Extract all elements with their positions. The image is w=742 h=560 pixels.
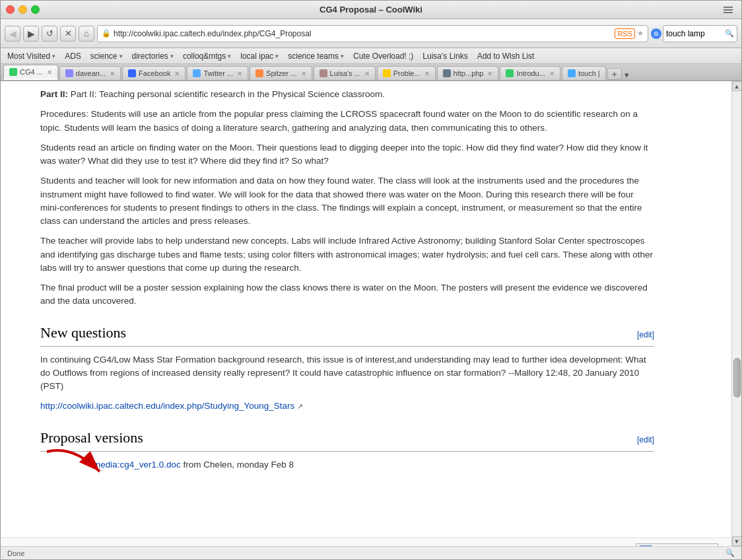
statusbar-text: Done (7, 549, 24, 557)
proposal-versions-text: from Chelen, monday Feb 8 (184, 460, 294, 470)
bookmark-colloq[interactable]: colloq&mtgs ▾ (179, 50, 235, 62)
tab-favicon-proble (383, 69, 391, 77)
content-area: Part II: Part II: Teaching personal scie… (1, 81, 741, 546)
bookmark-local-ipac[interactable]: local ipac ▾ (236, 50, 283, 62)
new-tab-button[interactable]: + (607, 68, 622, 80)
tab-spitzer[interactable]: Spitzer ... ✕ (250, 66, 312, 80)
minimize-button[interactable] (18, 5, 27, 14)
back-button[interactable]: ◀ (5, 26, 20, 42)
titlebar: CG4 Proposal – CoolWiki (1, 1, 741, 19)
google-search-icon: G (651, 28, 661, 39)
bookmark-ads[interactable]: ADS (61, 50, 85, 62)
tab-http-php[interactable]: http...php ✕ (437, 66, 499, 80)
search-bar[interactable]: 🔍 (663, 25, 737, 42)
tab-favicon-davean (65, 69, 73, 77)
page-footer: This page was last modified on 8 Februar… (1, 538, 731, 546)
tab-favicon-luisas (320, 69, 327, 77)
svg-rect-1 (724, 9, 733, 11)
new-questions-link[interactable]: http://coolwiki.ipac.caltech.edu/index.p… (40, 401, 294, 411)
tab-luisas[interactable]: Luisa's ... ✕ (314, 66, 376, 80)
bookmarks-bar: Most Visited ▾ ADS science ▾ directories… (1, 48, 741, 64)
tab-favicon-cg4 (9, 68, 17, 76)
tab-touch[interactable]: touch | (562, 66, 606, 80)
new-questions-edit[interactable]: [edit] (637, 329, 654, 341)
tab-overflow-button[interactable]: ▾ (624, 70, 629, 80)
scrollbar-track[interactable] (732, 91, 741, 536)
tab-close-davean[interactable]: ✕ (110, 70, 115, 77)
new-questions-text: In continuing CG4/Low Mass Star Formatio… (40, 353, 654, 394)
proposal-versions-para: media:cg4_ver1.0.doc from Chelen, monday… (40, 458, 654, 485)
tab-close-http-php[interactable]: ✕ (487, 70, 492, 77)
tab-facebook[interactable]: Facebook ✕ (122, 66, 186, 80)
url-input[interactable] (114, 29, 612, 38)
proposal-versions-section-heading: Proposal versions [edit] (40, 427, 654, 452)
zoom-button[interactable] (720, 2, 736, 18)
tab-close-spitzer[interactable]: ✕ (301, 70, 306, 77)
tab-favicon-http-php (443, 69, 451, 77)
tab-favicon-facebook (128, 69, 136, 77)
procedures-paragraph: Procedures: Students will use an article… (40, 108, 654, 135)
search-magnifier-icon[interactable]: 🔍 (725, 29, 734, 38)
rss-icon: RSS (615, 28, 635, 39)
bookmark-directories[interactable]: directories ▾ (128, 50, 178, 62)
tab-favicon-touch (568, 69, 576, 77)
tab-close-twitter[interactable]: ✕ (237, 70, 242, 77)
bookmark-most-visited[interactable]: Most Visited ▾ (3, 50, 59, 62)
students2-paragraph: Students and teacher will look for new i… (40, 174, 654, 228)
content-wrapper: Part II: Part II: Teaching personal scie… (1, 81, 731, 546)
main-content: Part II: Part II: Teaching personal scie… (1, 81, 731, 546)
tab-twitter[interactable]: Twitter ... ✕ (187, 66, 248, 80)
scrollbar-down-arrow[interactable]: ▼ (732, 536, 742, 546)
tab-favicon-introdu (506, 69, 514, 77)
statusbar: Done 🔍 (1, 546, 741, 559)
new-questions-heading: New questions (40, 322, 126, 343)
tab-favicon-spitzer (255, 69, 263, 77)
reload-button[interactable]: ↺ (42, 26, 57, 42)
tab-favicon-twitter (193, 69, 201, 77)
teacher-paragraph: The teacher will provide labs to help un… (40, 234, 654, 275)
bookmark-science[interactable]: science ▾ (86, 50, 127, 62)
search-input[interactable] (666, 29, 722, 38)
final-paragraph: The final product will be a poster sessi… (40, 281, 654, 308)
new-questions-section-heading: New questions [edit] (40, 322, 654, 347)
new-questions-link-para: http://coolwiki.ipac.caltech.edu/index.p… (40, 400, 654, 413)
scrollbar-up-arrow[interactable]: ▲ (732, 81, 742, 91)
maximize-button[interactable] (31, 5, 40, 14)
svg-rect-2 (724, 12, 733, 13)
tab-proble[interactable]: Proble... ✕ (377, 66, 436, 80)
svg-rect-0 (724, 7, 733, 8)
tab-bar: CG4 ... ✕ davean... ✕ Facebook ✕ Twitter… (1, 64, 741, 81)
scrollbar-thumb[interactable] (733, 358, 741, 398)
statusbar-zoom-icon: 🔍 (725, 549, 735, 557)
tab-close-luisas[interactable]: ✕ (364, 70, 370, 77)
window-controls (6, 5, 40, 14)
page-body: Part II: Part II: Teaching personal scie… (1, 81, 694, 538)
tab-introdu[interactable]: Introdu... ✕ (500, 66, 560, 80)
tab-close-proble[interactable]: ✕ (424, 70, 430, 77)
students1-paragraph: Students read an article on finding wate… (40, 141, 654, 168)
bookmark-cute-overload[interactable]: Cute Overload! ;) (349, 50, 417, 62)
home-button[interactable]: ⌂ (79, 26, 94, 42)
mediawiki-logo: MW Powered by MediaWiki (636, 543, 718, 546)
browser-window: CG4 Proposal – CoolWiki ◀ ▶ ↺ ✕ ⌂ 🔒 RSS … (0, 0, 742, 560)
tab-close-introdu[interactable]: ✕ (549, 70, 555, 77)
bookmark-luisas-links[interactable]: Luisa's Links (419, 50, 471, 62)
close-button[interactable] (6, 5, 15, 14)
proposal-versions-edit[interactable]: [edit] (637, 434, 654, 446)
stop-button[interactable]: ✕ (60, 26, 76, 42)
url-bar[interactable]: 🔒 RSS ★ (97, 25, 648, 42)
tab-close-cg4[interactable]: ✕ (47, 69, 52, 76)
forward-button[interactable]: ▶ (23, 26, 39, 42)
red-arrow-annotation (34, 438, 113, 491)
bookmark-science-teams[interactable]: science teams ▾ (284, 50, 348, 62)
tab-close-facebook[interactable]: ✕ (174, 70, 180, 77)
mediawiki-icon: MW (639, 545, 652, 546)
tab-davean[interactable]: davean... ✕ (59, 66, 121, 80)
window-title: CG4 Proposal – CoolWiki (320, 5, 422, 15)
browser-toolbar: ◀ ▶ ↺ ✕ ⌂ 🔒 RSS ★ G 🔍 (1, 19, 741, 48)
bookmark-star-icon[interactable]: ★ (637, 29, 644, 38)
bookmark-add-wish-list[interactable]: Add to Wish List (473, 50, 539, 62)
part2-paragraph: Part II: Part II: Teaching personal scie… (40, 88, 654, 101)
tab-cg4[interactable]: CG4 ... ✕ (3, 65, 58, 80)
scrollbar[interactable]: ▲ ▼ (731, 81, 741, 546)
